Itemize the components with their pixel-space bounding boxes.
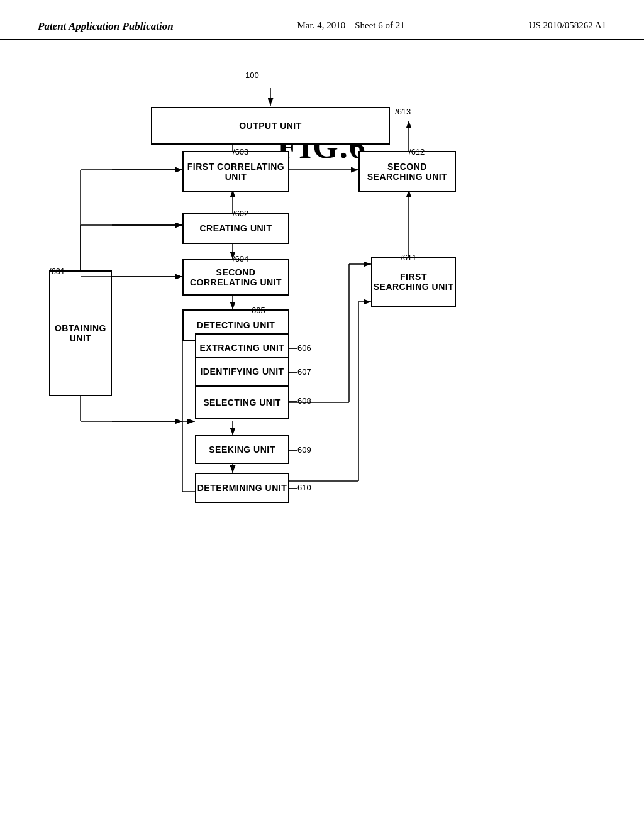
determining-unit-box: DETERMINING UNIT (195, 473, 289, 503)
ref-604: /604 (233, 254, 248, 263)
ref-601: /601 (49, 267, 65, 276)
page-header: Patent Application Publication Mar. 4, 2… (0, 0, 644, 40)
connector-svg (38, 69, 619, 805)
ref-608: —608 (289, 396, 311, 406)
second-searching-unit-box: SECOND SEARCHING UNIT (358, 151, 456, 192)
ref-607: —607 (289, 367, 311, 377)
diagram-svg (38, 69, 619, 805)
ref-602: /602 (233, 209, 248, 218)
ref-610: —610 (289, 483, 311, 492)
first-searching-unit-box: FIRST SEARCHING UNIT (371, 257, 456, 307)
publication-label: Patent Application Publication (38, 20, 174, 33)
diagram-container: 100 OUTPUT UNIT /613 FIRST CORRELATING U… (38, 69, 619, 805)
seeking-unit-box: SEEKING UNIT (195, 435, 289, 464)
header-date-sheet: Mar. 4, 2010 Sheet 6 of 21 (297, 20, 405, 31)
ref-606: —606 (289, 343, 311, 353)
output-unit-box: OUTPUT UNIT (151, 107, 390, 145)
ref-609: —609 (289, 445, 311, 455)
ref-605: 605 (252, 306, 265, 315)
ref-100: 100 (245, 70, 259, 80)
first-correlating-unit-box: FIRST CORRELATING UNIT (182, 151, 289, 192)
obtaining-unit-box: OBTAINING UNIT (49, 270, 112, 396)
ref-603: /603 (233, 147, 248, 157)
ref-611: /611 (401, 253, 416, 262)
ref-613: /613 (395, 107, 411, 116)
selecting-unit-box: SELECTING UNIT (195, 386, 289, 419)
patent-number: US 2010/058262 A1 (529, 20, 606, 31)
ref-612: /612 (409, 147, 425, 157)
identifying-unit-box: IDENTIFYING UNIT (195, 357, 289, 386)
second-correlating-unit-box: SECOND CORRELATING UNIT (182, 259, 289, 296)
